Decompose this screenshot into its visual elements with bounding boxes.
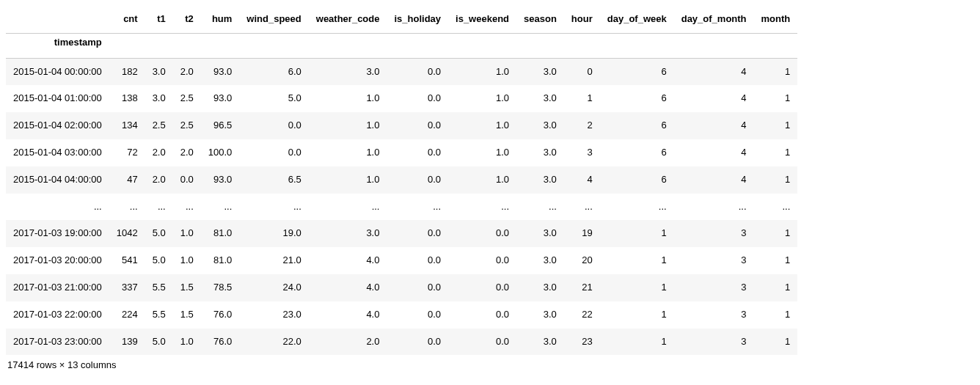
cell: ... <box>145 194 173 221</box>
cell: 5.0 <box>145 220 173 247</box>
cell: 0.0 <box>387 247 448 274</box>
column-header-row: cnt t1 t2 hum wind_speed weather_code is… <box>6 6 797 33</box>
row-index: 2015-01-04 02:00:00 <box>6 112 109 139</box>
cell: 1.0 <box>173 247 201 274</box>
cell: 23 <box>564 329 600 356</box>
col-header: t2 <box>173 6 201 33</box>
row-index: 2015-01-04 00:00:00 <box>6 58 109 85</box>
cell: 0.0 <box>387 301 448 329</box>
cell: 4 <box>674 166 754 194</box>
cell: ... <box>109 194 145 221</box>
cell: 100.0 <box>201 139 240 166</box>
cell: 3.0 <box>516 301 564 329</box>
cell: 0.0 <box>387 274 448 301</box>
cell: ... <box>674 194 754 221</box>
cell: 139 <box>109 329 145 356</box>
cell: 5.0 <box>145 247 173 274</box>
col-header: cnt <box>109 6 145 33</box>
cell: ... <box>239 194 308 221</box>
cell: 0.0 <box>448 329 516 356</box>
col-header: weather_code <box>309 6 387 33</box>
cell: 4 <box>674 85 754 112</box>
cell: 337 <box>109 274 145 301</box>
cell: 4 <box>674 139 754 166</box>
cell: 23.0 <box>239 301 308 329</box>
cell: 47 <box>109 166 145 194</box>
cell: ... <box>173 194 201 221</box>
cell: 1.0 <box>173 220 201 247</box>
col-header: day_of_week <box>600 6 674 33</box>
cell: 20 <box>564 247 600 274</box>
cell: ... <box>516 194 564 221</box>
cell: 1.0 <box>448 112 516 139</box>
cell: 3 <box>564 139 600 166</box>
cell: 1 <box>754 58 798 85</box>
cell: 3.0 <box>516 85 564 112</box>
cell: 1 <box>564 85 600 112</box>
cell: 4 <box>674 112 754 139</box>
cell: 2.5 <box>145 112 173 139</box>
cell: 0.0 <box>239 139 308 166</box>
cell: 1 <box>600 220 674 247</box>
cell: 0 <box>564 58 600 85</box>
cell: 3.0 <box>516 166 564 194</box>
table-row: 2015-01-04 04:00:00472.00.093.06.51.00.0… <box>6 166 797 194</box>
cell: 2.0 <box>173 58 201 85</box>
cell: 0.0 <box>448 274 516 301</box>
row-index: 2015-01-04 01:00:00 <box>6 85 109 112</box>
cell: 4 <box>564 166 600 194</box>
cell: 96.5 <box>201 112 240 139</box>
cell: 1 <box>754 301 798 329</box>
table-row: 2015-01-04 00:00:001823.02.093.06.03.00.… <box>6 58 797 85</box>
cell: 1 <box>600 274 674 301</box>
cell: ... <box>309 194 387 221</box>
cell: 6 <box>600 58 674 85</box>
cell: 224 <box>109 301 145 329</box>
col-header: t1 <box>145 6 173 33</box>
cell: 1.0 <box>448 58 516 85</box>
row-index: 2017-01-03 21:00:00 <box>6 274 109 301</box>
cell: 93.0 <box>201 166 240 194</box>
row-index: 2015-01-04 03:00:00 <box>6 139 109 166</box>
cell: 182 <box>109 58 145 85</box>
col-header: wind_speed <box>239 6 308 33</box>
cell: 6 <box>600 112 674 139</box>
col-header: hour <box>564 6 600 33</box>
cell: 3.0 <box>516 220 564 247</box>
cell: 138 <box>109 85 145 112</box>
cell: 0.0 <box>387 166 448 194</box>
cell: 2 <box>564 112 600 139</box>
cell: 4.0 <box>309 247 387 274</box>
cell: 76.0 <box>201 301 240 329</box>
cell: 3.0 <box>516 329 564 356</box>
col-header: month <box>754 6 798 33</box>
cell: 1 <box>754 112 798 139</box>
cell: 0.0 <box>387 220 448 247</box>
col-header: is_weekend <box>448 6 516 33</box>
cell: 4 <box>674 58 754 85</box>
cell: 3.0 <box>516 247 564 274</box>
cell: 1.0 <box>448 139 516 166</box>
cell: 22 <box>564 301 600 329</box>
table-row: 2017-01-03 19:00:0010425.01.081.019.03.0… <box>6 220 797 247</box>
index-name-row: timestamp <box>6 33 797 58</box>
cell: 0.0 <box>448 220 516 247</box>
table-row: 2015-01-04 03:00:00722.02.0100.00.01.00.… <box>6 139 797 166</box>
cell: 5.5 <box>145 301 173 329</box>
row-index: ... <box>6 194 109 221</box>
cell: 2.5 <box>173 85 201 112</box>
cell: 0.0 <box>448 247 516 274</box>
cell: 0.0 <box>387 58 448 85</box>
cell: 3.0 <box>516 274 564 301</box>
table-body: 2015-01-04 00:00:001823.02.093.06.03.00.… <box>6 58 797 355</box>
cell: 21.0 <box>239 247 308 274</box>
cell: ... <box>600 194 674 221</box>
cell: 19.0 <box>239 220 308 247</box>
col-header: season <box>516 6 564 33</box>
cell: 1.0 <box>448 166 516 194</box>
cell: 81.0 <box>201 247 240 274</box>
cell: 6 <box>600 139 674 166</box>
row-index: 2017-01-03 20:00:00 <box>6 247 109 274</box>
cell: 3.0 <box>145 85 173 112</box>
table-row: 2017-01-03 23:00:001395.01.076.022.02.00… <box>6 329 797 356</box>
